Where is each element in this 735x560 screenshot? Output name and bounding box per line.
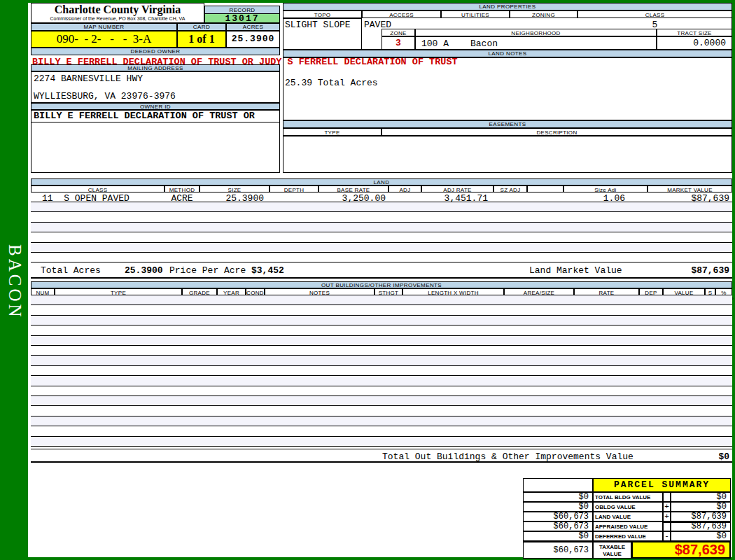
county-title-box: Charlotte County Virginia Commissioner o… [31, 3, 204, 23]
ps-value-obldg: $0 [671, 502, 731, 512]
ps-label-appraised: APPRAISED VALUE [593, 522, 663, 531]
ob-col-value: VALUE [663, 288, 705, 295]
map-number-label: MAP NUMBER [31, 23, 177, 31]
record-card: Charlotte County Virginia Commissioner o… [28, 3, 732, 557]
ob-col-length-width: LENGTH X WIDTH [402, 288, 504, 295]
land-col-blank [527, 186, 564, 192]
easements-label: EASEMENTS [283, 120, 732, 128]
ps-label-land: LAND VALUE [593, 512, 663, 522]
mailing-line1: 2274 BARNESVILLE HWY [31, 72, 279, 84]
land-col-adj: ADJ [388, 186, 421, 192]
ob-col-sthgt: STHGT [374, 288, 402, 295]
neighborhood-code: 100 A [421, 38, 449, 49]
ob-col-grade: GRADE [182, 288, 217, 295]
acres-label: ACRES [226, 23, 280, 31]
price-per-acre-label: Price Per Acre [169, 265, 246, 276]
county-title: Charlotte County Virginia [31, 4, 204, 15]
owner-id-value: BILLY E FERRELL DECLARATION OF TRUST OR [31, 110, 280, 122]
land-col-method: METHOD [164, 186, 200, 192]
easement-type-label: TYPE [283, 128, 382, 136]
land-data-row: 11 S OPEN PAVED ACRE 25.3900 3,250.00 3,… [31, 192, 732, 202]
ob-col-dep: DEP [639, 288, 663, 295]
ps-taxable-value: $87,639 [631, 541, 731, 559]
land-col-market-value: MARKET VALUE [648, 186, 732, 192]
acres-value: 25.3900 [226, 31, 280, 48]
ps-op-deferred: - [663, 531, 671, 541]
out-buildings-total-row: Total Out Buildings & Other Improvements… [31, 449, 732, 463]
neighborhood-label: NEIGHBORHOOD [415, 29, 657, 36]
out-buildings-empty-rows [31, 295, 732, 449]
tract-size-label: TRACT SIZE [657, 29, 732, 36]
ps-prior-deferred: $0 [523, 531, 593, 541]
utilities-label: UTILITIES [441, 10, 510, 18]
access-label: ACCESS [362, 10, 441, 18]
ob-col-notes: NOTES [265, 288, 374, 295]
neighborhood-name: Bacon [470, 38, 498, 49]
ps-value-total-bldg: $0 [671, 492, 731, 502]
map-number-value: 090- - 2- - - 3-A [31, 31, 177, 48]
mailing-address-box: 2274 BARNESVILLE HWY WYLLIESBURG, VA 239… [31, 71, 280, 103]
zone-value: 3 [382, 36, 415, 50]
tract-size-value: 0.0000 [657, 36, 732, 50]
ob-col-pct-comp: % COMP [715, 288, 732, 295]
ps-value-land: $87,639 [671, 512, 731, 522]
land-empty-rows [31, 202, 732, 262]
ps-prior-total-bldg: $0 [523, 492, 593, 502]
ps-prior-obldg: $0 [523, 502, 593, 512]
ob-total-label: Total Out Buildings & Other Improvements… [382, 451, 634, 462]
ps-label-taxable-line2: VALUE [594, 551, 631, 557]
total-acres-value: 25.3900 [125, 265, 163, 276]
ps-label-taxable-cell: TAXABLE VALUE [593, 541, 631, 559]
ob-col-num: NUM [31, 288, 55, 295]
ps-op-appraised [663, 522, 671, 531]
record-value: 13017 [204, 13, 280, 23]
total-acres-label: Total Acres [41, 265, 101, 276]
owner-id-label: OWNER ID [31, 103, 280, 110]
ob-col-s: S [705, 288, 715, 295]
land-totals-row: Total Acres 25.3900 Price Per Acre $3,45… [31, 262, 732, 279]
ps-value-appraised: $87,639 [671, 522, 731, 531]
ob-col-year: YEAR [217, 288, 246, 295]
ps-op-obldg: + [663, 502, 671, 512]
sidebar-vertical-label: BACON [5, 244, 24, 320]
ps-value-deferred: $0 [671, 531, 731, 541]
commissioner-line: Commissioner of the Revenue, PO Box 308,… [31, 15, 204, 22]
class-label: CLASS [578, 10, 732, 18]
ob-col-area-size: AREA/SIZE [504, 288, 574, 295]
out-buildings-label: OUT BUILDINGS/OTHER IMPROVEMENTS [31, 281, 732, 288]
topo-value: SLIGHT SLOPE [283, 18, 362, 50]
zoning-label: ZONING [510, 10, 578, 18]
ps-prior-land: $60,673 [523, 512, 593, 522]
land-market-value-label: Land Market Value [529, 265, 622, 276]
ob-col-cond: COND [246, 288, 265, 295]
ps-op-total-bldg [663, 492, 671, 502]
land-col-size-adj: Size Adj [564, 186, 648, 192]
deeded-owner-label: DEEDED OWNER [31, 48, 280, 55]
zone-label: ZONE [382, 29, 415, 36]
ps-header-left-cell [523, 478, 593, 492]
land-market-value: $87,639 [691, 265, 729, 276]
easement-description-label: DESCRIPTION [382, 128, 732, 136]
ps-label-total-bldg: TOTAL BLDG VALUE [593, 492, 663, 502]
neighborhood-value-cell: 100 A Bacon [415, 36, 657, 50]
land-col-sz-adj-tbl: SZ ADJ TBL [493, 186, 527, 192]
ps-label-taxable-line1: TAXABLE [594, 542, 631, 551]
topo-label: TOPO [283, 10, 362, 18]
land-col-size: SIZE [200, 186, 270, 192]
easements-empty-box [283, 136, 732, 173]
land-col-base-rate: BASE RATE [318, 186, 388, 192]
ob-col-type: TYPE [55, 288, 182, 295]
price-per-acre-value: $3,452 [251, 265, 284, 276]
card-value: 1 of 1 [177, 31, 226, 48]
property-record-card-page: BACON Charlotte County Virginia Commissi… [0, 0, 735, 560]
ps-label-deferred: DEFERRED VALUE [593, 531, 663, 541]
ps-title: PARCEL SUMMARY [593, 478, 731, 492]
land-col-class: CLASS [31, 186, 164, 192]
ps-label-obldg: OBLDG VALUE [593, 502, 663, 512]
ps-op-land: + [663, 512, 671, 522]
ob-total-value: $0 [718, 451, 729, 462]
mailing-line2: WYLLIESBURG, VA 23976-3976 [34, 91, 176, 102]
ob-col-rate: RATE [574, 288, 639, 295]
card-label: CARD [177, 23, 226, 31]
land-section-label: LAND [31, 178, 732, 186]
